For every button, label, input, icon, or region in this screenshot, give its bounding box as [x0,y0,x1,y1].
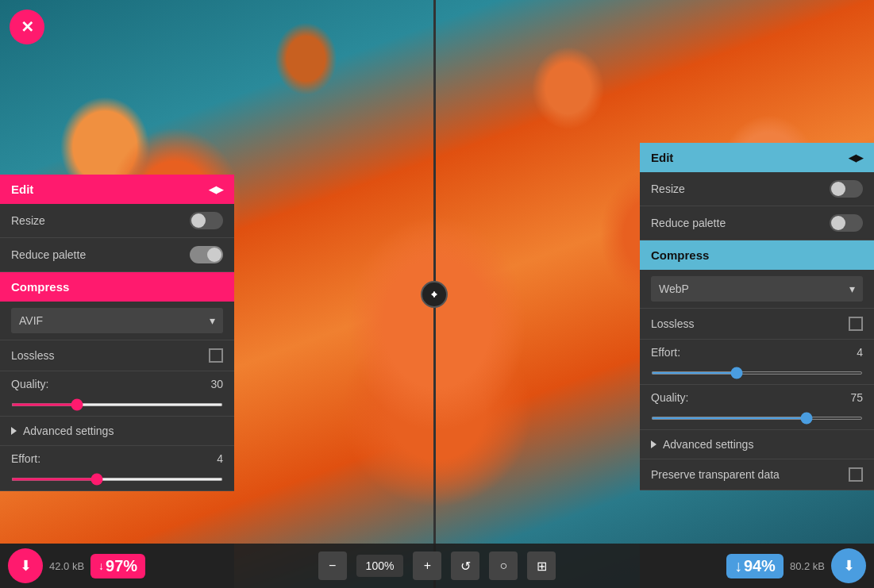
svg-marker-1 [433,291,437,298]
close-icon: ✕ [21,17,34,37]
left-quality-label: Quality: [11,378,48,390]
zoom-out-button[interactable]: − [318,551,347,580]
right-quality-value: 75 [850,391,863,404]
zoom-display: 100% [356,555,404,577]
left-reduce-palette-toggle[interactable] [190,246,223,263]
right-reduce-palette-toggle[interactable] [830,214,863,232]
grid-icon: ⊞ [537,559,547,574]
right-quality-label-row: Quality: 75 [651,391,863,404]
left-format-row: AVIF ▾ [0,302,234,340]
left-reduce-palette-label: Reduce palette [11,248,86,261]
right-preserve-transparent-row: Preserve transparent data [640,459,874,490]
left-effort-value: 4 [217,452,223,465]
right-percent-badge: ↓ 94% [726,554,784,578]
right-reduce-palette-label: Reduce palette [651,217,726,229]
left-lossless-row: Lossless [0,340,234,371]
left-effort-slider[interactable] [11,478,223,481]
rotate-button[interactable]: ↺ [451,551,479,580]
right-format-value: WebP [659,282,689,295]
left-quality-label-row: Quality: 30 [11,378,223,390]
right-resize-label: Resize [651,183,685,195]
left-lossless-label: Lossless [11,349,54,362]
right-lossless-row: Lossless [640,309,874,340]
left-resize-row: Resize [0,204,234,238]
zoom-value: 100 [366,559,384,572]
left-advanced-settings[interactable]: Advanced settings [0,417,234,446]
right-quality-slider[interactable] [651,417,863,420]
right-download-bar: ↓ 94% 80.2 kB ⬇ [640,544,874,588]
left-edit-nav-icon: ◀▶ [209,184,223,195]
right-percent-arrow: ↓ [734,557,742,575]
right-advanced-label: Advanced settings [663,438,753,451]
right-resize-row: Resize [640,172,874,206]
right-effort-row: Effort: 4 [640,340,874,385]
left-edit-header: Edit ◀▶ [0,175,234,204]
right-format-row: WebP ▾ [640,270,874,309]
left-effort-row: Effort: 4 [0,446,234,491]
right-panel: Edit ◀▶ Resize Reduce palette Compress W… [640,143,874,490]
left-original-size: 42.0 kB [49,560,84,572]
divider-handle-icon [428,288,441,301]
right-compress-label: Compress [651,248,709,262]
right-reduce-palette-row: Reduce palette [640,206,874,240]
zoom-in-button[interactable]: + [413,551,441,580]
grid-button[interactable]: ⊞ [527,551,556,580]
left-format-chevron-icon: ▾ [210,314,215,327]
right-format-chevron-icon: ▾ [849,282,855,295]
left-quality-slider[interactable] [11,403,223,406]
right-download-button[interactable]: ⬇ [831,548,866,583]
left-format-value: AVIF [19,314,43,327]
left-resize-toggle-knob [191,213,206,228]
left-compress-header: Compress [0,272,234,302]
fit-button[interactable]: ○ [489,551,518,580]
right-edit-label: Edit [651,151,673,164]
left-download-icon: ⬇ [20,557,32,575]
left-percent-value: 97% [106,557,137,575]
rotate-icon: ↺ [460,559,471,574]
left-lossless-checkbox[interactable] [209,348,223,363]
right-compressed-size: 80.2 kB [790,560,825,572]
right-advanced-chevron-icon [651,440,656,448]
right-effort-slider[interactable] [651,371,863,375]
left-quality-value: 30 [210,378,223,390]
right-preserve-transparent-checkbox[interactable] [849,467,863,482]
right-lossless-checkbox[interactable] [849,317,863,331]
divider-handle[interactable] [421,281,448,308]
right-edit-nav-icon: ◀▶ [849,152,863,163]
left-reduce-palette-row: Reduce palette [0,238,234,272]
left-quality-row: Quality: 30 [0,371,234,417]
left-effort-label-row: Effort: 4 [11,452,223,465]
left-format-select[interactable]: AVIF ▾ [11,308,223,333]
right-effort-value: 4 [857,346,863,359]
left-download-bar: ⬇ 42.0 kB ↓ 97% [0,544,234,588]
right-effort-label-row: Effort: 4 [651,346,863,359]
zoom-unit: % [384,559,394,572]
right-lossless-label: Lossless [651,317,694,330]
left-panel: Edit ◀▶ Resize Reduce palette Compress A… [0,175,234,491]
right-download-icon: ⬇ [843,557,855,575]
right-preserve-transparent-label: Preserve transparent data [651,468,780,481]
left-advanced-chevron-icon [11,427,17,435]
left-download-button[interactable]: ⬇ [8,548,43,583]
left-reduce-palette-toggle-knob [207,248,221,262]
right-edit-header: Edit ◀▶ [640,143,874,172]
fit-icon: ○ [500,559,508,573]
left-compress-label: Compress [11,280,69,294]
left-edit-label: Edit [11,183,33,196]
right-compress-header: Compress [640,240,874,270]
right-effort-label: Effort: [651,346,680,359]
left-resize-toggle[interactable] [190,212,223,229]
right-percent-value: 94% [744,557,776,575]
right-format-select[interactable]: WebP ▾ [651,276,863,302]
close-button[interactable]: ✕ [10,10,44,44]
zoom-in-icon: + [424,559,431,573]
left-resize-label: Resize [11,214,45,227]
right-quality-row: Quality: 75 [640,385,874,430]
left-percent-arrow: ↓ [98,559,104,572]
right-reduce-palette-toggle-knob [831,216,845,230]
right-resize-toggle[interactable] [830,180,863,198]
right-quality-label: Quality: [651,391,688,404]
zoom-out-icon: − [329,559,336,573]
right-advanced-settings[interactable]: Advanced settings [640,430,874,459]
right-resize-toggle-knob [831,182,845,196]
